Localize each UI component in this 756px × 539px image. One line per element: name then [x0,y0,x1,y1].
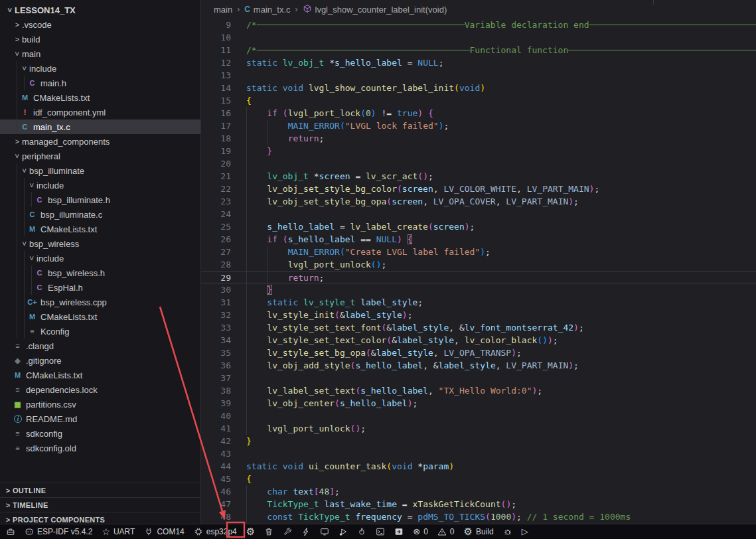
code-line-44[interactable]: 44static void ui_counter_task(void *para… [201,460,756,473]
tree-item-lesson14-tx[interactable]: >LESSON14_TX [0,3,200,17]
status-item-monitor-device[interactable] [315,524,334,539]
tree-item--clangd[interactable]: ≡.clangd [0,339,200,353]
code-line-41[interactable]: 41 lvgl_port_unlock(); [201,422,756,435]
breadcrumb-item[interactable]: lvgl_show_counter_label_init(void) [303,4,447,15]
tree-item-cmakelists-txt[interactable]: MCMakeLists.txt [0,368,200,382]
code-line-40[interactable]: 40 [201,410,756,422]
code-line-26[interactable]: 26 if (s_hello_label == NULL) { [201,233,756,246]
code-line-15[interactable]: 15{ [201,94,756,107]
code-line-28[interactable]: 28 lvgl_port_unlock(); [201,258,756,271]
status-item-remote[interactable] [1,524,20,539]
status-item-espidf-version[interactable]: ESP-IDF v5.4.2 [20,524,97,539]
tree-item-managed-components[interactable]: >managed_components [0,134,200,149]
status-item-flash-device[interactable] [297,524,315,539]
panel-header-project-components[interactable]: >PROJECT COMPONENTS [0,512,200,524]
code-line-18[interactable]: 18 return; [201,132,756,145]
status-item-serial-port[interactable]: COM14 [139,524,189,539]
tree-item-partitions-csv[interactable]: ▦partitions.csv [0,397,200,412]
tree-item-include[interactable]: >include [0,61,200,76]
code-line-19[interactable]: 19 } [201,145,756,157]
status-item-warnings[interactable]: 0 [433,524,459,539]
status-item-build-project[interactable] [278,524,297,539]
code-line-32[interactable]: 32 lv_style_init(&label_style); [201,309,756,321]
tree-item-main-tx-c[interactable]: Cmain_tx.c [0,119,200,134]
code-line-35[interactable]: 35 lv_style_set_bg_opa(&label_style, LV_… [201,346,756,359]
tree-item--vscode[interactable]: >.vscode [0,17,200,32]
status-item-build-task[interactable]: ⚙Build [459,524,498,539]
tree-item-bsp-wireless-cpp[interactable]: C+bsp_wireless.cpp [0,295,200,309]
tree-item-cmakelists-txt[interactable]: MCMakeLists.txt [0,309,200,324]
code-line-30[interactable]: 30 } [201,283,756,296]
code-area[interactable]: 9/*─────────────────────────────────────… [201,19,756,523]
code-line-22[interactable]: 22 lv_obj_set_style_bg_color(screen, LV_… [201,183,756,195]
status-item-build-flash-monitor[interactable] [352,524,371,539]
tree-item-include[interactable]: >include [0,178,200,193]
tree-item-sdkconfig-old[interactable]: ≡sdkconfig.old [0,441,200,455]
code-line-20[interactable]: 20 [201,157,756,170]
tree-item-bsp-illuminate[interactable]: >bsp_illuminate [0,163,200,178]
code-line-42[interactable]: 42} [201,435,756,447]
status-item-idf-terminal[interactable] [371,524,390,539]
panel-header-timeline[interactable]: >TIMELINE [0,497,200,512]
tree-item--gitignore[interactable]: ◈.gitignore [0,353,200,368]
tree-item-label: CMakeLists.txt [26,370,82,380]
status-item-sdk-configuration[interactable]: ⚙ [242,524,260,539]
code-line-33[interactable]: 33 lv_style_set_text_font(&label_style, … [201,321,756,334]
code-line-9[interactable]: 9/*─────────────────────────────────────… [201,19,756,31]
line-number: 38 [201,384,231,397]
code-line-29[interactable]: 29 return; [201,271,756,283]
code-line-36[interactable]: 36 lv_obj_add_style(s_hello_label, &labe… [201,359,756,372]
code-line-13[interactable]: 13 [201,69,756,82]
tree-item-bsp-illuminate-c[interactable]: Cbsp_illuminate.c [0,207,200,222]
code-line-34[interactable]: 34 lv_style_set_text_color(&label_style,… [201,334,756,346]
tree-item-sdkconfig[interactable]: ≡sdkconfig [0,426,200,441]
code-line-31[interactable]: 31 static lv_style_t label_style; [201,296,756,309]
code-line-27[interactable]: 27 MAIN_ERROR("Create LVGL label failed"… [201,246,756,258]
code-line-39[interactable]: 39 lv_obj_center(s_hello_label); [201,397,756,410]
code-line-47[interactable]: 47 TickType_t last_wake_time = xTaskGetT… [201,498,756,510]
code-line-17[interactable]: 17 MAIN_ERROR("LVGL lock failed"); [201,119,756,132]
breadcrumb-item[interactable]: main [214,5,232,15]
status-item-errors[interactable]: ⊗0 [408,524,433,539]
code-line-23[interactable]: 23 lv_obj_set_style_bg_opa(screen, LV_OP… [201,195,756,208]
tree-item-build[interactable]: >build [0,32,200,46]
status-item-open-idf-component[interactable] [390,524,408,539]
tree-item-bsp-illuminate-h[interactable]: Cbsp_illuminate.h [0,193,200,207]
tree-item-include[interactable]: >include [0,251,200,266]
tree-item-readme-md[interactable]: iREADME.md [0,412,200,426]
panel-header-outline[interactable]: >OUTLINE [0,483,200,497]
code-line-14[interactable]: 14static void lvgl_show_counter_label_in… [201,82,756,94]
code-line-37[interactable]: 37 [201,372,756,384]
code-line-45[interactable]: 45{ [201,473,756,485]
status-item-flash-method[interactable]: ☆UART [97,524,139,539]
status-item-device-target[interactable]: esp32p4 [189,524,242,539]
code-line-16[interactable]: 16 if (lvgl_port_lock(0) != true) { [201,107,756,119]
status-item-full-clean[interactable] [260,524,278,539]
tree-item-idf-component-yml[interactable]: !idf_component.yml [0,105,200,119]
code-line-24[interactable]: 24 [201,208,756,220]
code-line-46[interactable]: 46 char text[48]; [201,485,756,498]
tree-item-esphal-h[interactable]: CEspHal.h [0,280,200,295]
code-line-21[interactable]: 21 lv_obj_t *screen = lv_scr_act(); [201,170,756,183]
line-content: char text[48]; [231,485,340,498]
code-line-43[interactable]: 43 [201,447,756,460]
code-line-11[interactable]: 11/*────────────────────────────────────… [201,44,756,56]
tree-item-main-h[interactable]: Cmain.h [0,76,200,90]
tree-item-cmakelists-txt[interactable]: MCMakeLists.txt [0,222,200,236]
code-line-12[interactable]: 12static lv_obj_t *s_hello_label = NULL; [201,56,756,69]
tree-item-dependencies-lock[interactable]: ≡dependencies.lock [0,382,200,397]
tree-item-main[interactable]: >main [0,46,200,61]
code-line-10[interactable]: 10 [201,31,756,44]
code-line-25[interactable]: 25 s_hello_label = lv_label_create(scree… [201,220,756,233]
status-item-debug-device[interactable] [334,524,352,539]
code-line-48[interactable]: 48 const TickType_t frequency = pdMS_TO_… [201,510,756,523]
status-item-debug-task[interactable] [498,524,517,539]
status-item-run-task[interactable]: ▷ [517,524,533,539]
tree-item-bsp-wireless[interactable]: >bsp_wireless [0,236,200,251]
code-line-38[interactable]: 38 lv_label_set_text(s_hello_label, "TX_… [201,384,756,397]
tree-item-bsp-wireless-h[interactable]: Cbsp_wireless.h [0,266,200,280]
tree-item-peripheral[interactable]: >peripheral [0,149,200,163]
tree-item-kconfig[interactable]: ≡Kconfig [0,324,200,339]
tree-item-cmakelists-txt[interactable]: MCMakeLists.txt [0,90,200,105]
breadcrumb-item[interactable]: Cmain_tx.c [244,5,290,15]
